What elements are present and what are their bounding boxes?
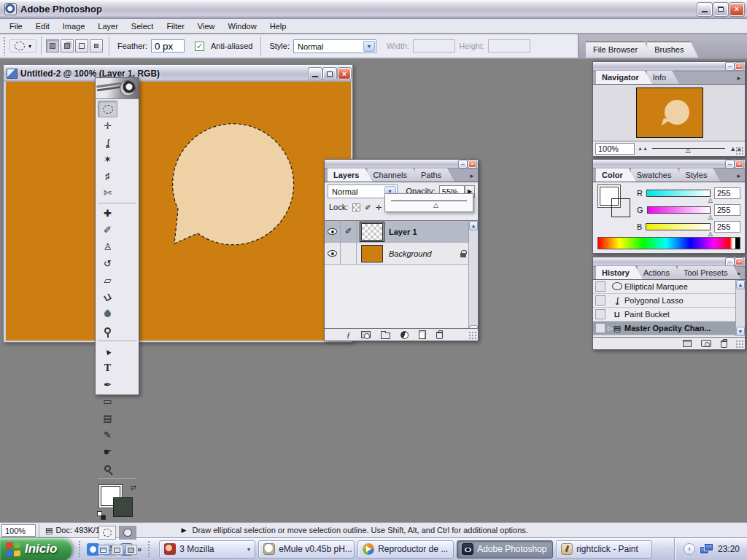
layers-close-button[interactable]: ×: [468, 160, 476, 168]
new-layer-set-button[interactable]: [381, 332, 390, 339]
standard-screen-mode-button[interactable]: [98, 545, 109, 555]
opacity-slider-track[interactable]: [391, 201, 467, 201]
background-color-swatch[interactable]: [113, 497, 133, 517]
anti-aliased-checkbox[interactable]: ✓: [195, 42, 204, 51]
document-maximize-button[interactable]: [323, 68, 336, 79]
speech-bubble-selection[interactable]: [6, 82, 351, 341]
history-state-row[interactable]: ▷▤Master Opacity Chan...: [593, 322, 745, 335]
channel-slider-thumb[interactable]: △: [708, 197, 713, 203]
tab-layers[interactable]: Layers: [328, 168, 372, 182]
hand-tool[interactable]: ☛: [98, 443, 117, 460]
style-combo-dropdown-icon[interactable]: ▼: [363, 41, 375, 52]
default-colors-icon[interactable]: [97, 511, 106, 520]
palette-menu-icon[interactable]: ►: [469, 173, 478, 179]
start-button[interactable]: Inicio: [0, 538, 72, 560]
opacity-slider-thumb[interactable]: △: [433, 201, 438, 209]
navigator-thumbnail[interactable]: [636, 88, 703, 138]
layer-row[interactable]: ✐Layer 1: [325, 221, 478, 243]
new-document-from-state-button[interactable]: [683, 340, 692, 347]
visibility-cell[interactable]: [325, 221, 341, 243]
link-cell[interactable]: ✐: [341, 221, 357, 243]
quick-mask-mode-button[interactable]: [119, 526, 136, 540]
well-tab-file-browser[interactable]: File Browser: [586, 42, 652, 58]
move-tool[interactable]: ✛: [98, 117, 117, 134]
document-minimize-button[interactable]: [309, 68, 322, 79]
channel-slider[interactable]: △: [646, 223, 711, 230]
navigator-titlebar[interactable]: – ×: [593, 62, 745, 71]
restore-button[interactable]: [713, 3, 728, 16]
notes-tool[interactable]: ▤: [98, 410, 117, 427]
menu-edit[interactable]: Edit: [29, 20, 56, 33]
tab-color[interactable]: Color: [596, 168, 636, 182]
document-close-button[interactable]: ×: [338, 68, 351, 79]
shape-tool[interactable]: ▭: [98, 393, 117, 410]
full-screen-menubar-mode-button[interactable]: [112, 545, 123, 555]
tab-navigator[interactable]: Navigator: [596, 71, 652, 84]
color-minimize-button[interactable]: –: [726, 160, 734, 168]
menu-window[interactable]: Window: [222, 20, 263, 33]
healing-brush-tool[interactable]: ✚: [98, 205, 117, 222]
tab-paths[interactable]: Paths: [415, 168, 454, 182]
dodge-tool[interactable]: [98, 322, 117, 339]
history-source-well[interactable]: [595, 295, 605, 306]
network-tray-icon[interactable]: [700, 544, 713, 554]
menu-image[interactable]: Image: [56, 20, 92, 33]
opacity-slider-popup[interactable]: △: [384, 193, 473, 212]
layer-name[interactable]: Layer 1: [389, 228, 417, 236]
history-source-well[interactable]: [595, 309, 605, 319]
resize-grip[interactable]: [735, 147, 744, 155]
path-selection-tool[interactable]: ▲: [98, 343, 117, 359]
quick-launch-grip[interactable]: [78, 540, 81, 558]
resize-grip[interactable]: [735, 340, 744, 349]
new-selection-button[interactable]: [46, 39, 59, 52]
pen-tool[interactable]: ✒: [98, 376, 117, 393]
link-cell[interactable]: [341, 243, 357, 265]
history-brush-tool[interactable]: ↺: [98, 255, 117, 272]
layers-scrollbar[interactable]: ▲ ▼: [468, 221, 478, 335]
history-close-button[interactable]: ×: [735, 258, 743, 265]
tab-info[interactable]: Info: [647, 71, 679, 84]
channel-value[interactable]: 255: [714, 204, 740, 216]
palette-menu-icon[interactable]: ►: [736, 173, 745, 179]
tab-channels[interactable]: Channels: [367, 168, 419, 182]
layer-thumbnail[interactable]: [361, 223, 383, 241]
layer-row[interactable]: Background: [325, 243, 478, 265]
lock-position-icon[interactable]: ✛: [376, 203, 382, 211]
history-state-row[interactable]: ⊔Paint Bucket: [593, 308, 745, 322]
menu-layer[interactable]: Layer: [91, 20, 125, 33]
history-source-well[interactable]: [595, 323, 605, 333]
add-to-selection-button[interactable]: [61, 39, 74, 52]
scroll-up-icon[interactable]: ▲: [736, 280, 745, 289]
minimize-button[interactable]: [697, 3, 712, 16]
history-scrollbar[interactable]: ▲ ▼: [735, 280, 745, 336]
status-zoom-field[interactable]: 100%: [1, 524, 36, 537]
layers-minimize-button[interactable]: –: [459, 160, 467, 168]
zoom-tool[interactable]: [98, 460, 117, 477]
resize-grip[interactable]: [468, 331, 477, 340]
navigator-zoom-slider[interactable]: △: [651, 144, 727, 154]
delete-layer-button[interactable]: [436, 332, 443, 339]
style-combo[interactable]: Normal ▼: [293, 39, 376, 53]
channel-value[interactable]: 255: [714, 187, 740, 199]
taskbar-button-emule[interactable]: eMule v0.45b pH...: [258, 540, 355, 559]
new-layer-button[interactable]: [419, 330, 426, 339]
color-titlebar[interactable]: – ×: [593, 160, 745, 169]
history-state-row[interactable]: Elliptical Marquee: [593, 280, 745, 294]
navigator-close-button[interactable]: ×: [735, 63, 743, 70]
delete-state-button[interactable]: [721, 341, 727, 348]
adjustment-layer-button[interactable]: [400, 331, 409, 339]
taskbar-button-wmp[interactable]: Reproductor de ...: [357, 540, 454, 559]
document-titlebar[interactable]: Untitled-2 @ 100% (Layer 1, RGB) ×: [4, 65, 352, 82]
clone-stamp-tool[interactable]: ♙: [98, 238, 117, 255]
tab-tool-presets[interactable]: Tool Presets: [678, 266, 741, 279]
visibility-cell[interactable]: [325, 243, 341, 265]
history-source-well[interactable]: [595, 281, 605, 292]
color-background-swatch[interactable]: [611, 198, 630, 217]
full-screen-mode-button[interactable]: [125, 545, 137, 555]
color-close-button[interactable]: ×: [735, 160, 743, 168]
toolbox-header-artwork[interactable]: [96, 78, 139, 99]
elliptical-marquee-tool[interactable]: [98, 101, 117, 117]
menu-help[interactable]: Help: [263, 20, 293, 33]
paint-bucket-tool[interactable]: ⊔: [98, 289, 117, 306]
channel-slider[interactable]: △: [647, 206, 711, 214]
